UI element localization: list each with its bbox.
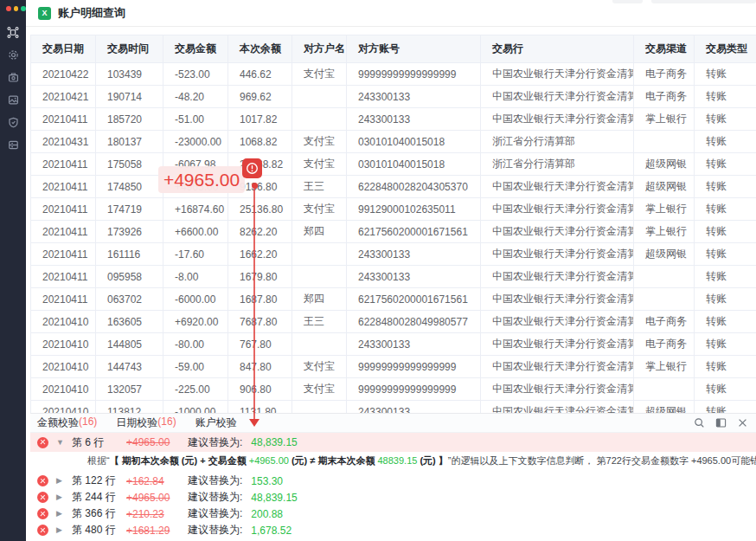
table-row[interactable]: 20210410132057-225.00906.80支付宝9999999999… [31, 378, 756, 401]
table-cell: 转账 [695, 131, 756, 153]
table-cell: 1679.80 [228, 266, 292, 288]
error-circle-icon [37, 508, 48, 519]
table-row[interactable]: 20210411174850+4965.009136.80王三622848002… [31, 176, 756, 198]
table-cell: 243300133 [347, 243, 481, 266]
table-cell: 20210410 [31, 401, 96, 414]
detail-segment: (元) 】 [417, 455, 447, 466]
table-cell: 浙江省分行清算部 [481, 153, 634, 176]
table-cell: 969.62 [228, 86, 292, 108]
search-icon[interactable] [693, 417, 705, 429]
table-cell: -523.00 [163, 63, 228, 86]
table-cell: 1017.82 [228, 108, 292, 131]
issue-row[interactable]: ▶第 244 行+4965.00建议替换为:48,839.15 [30, 489, 756, 506]
error-circle-icon [37, 437, 48, 448]
table-cell: 支付宝 [292, 198, 347, 221]
table-cell: 8262.20 [228, 221, 292, 243]
table-row[interactable]: 20210411161116-17.601662.20 243300133中国农… [31, 243, 756, 266]
table-cell: 中国农业银行天津分行资金清算中心 [481, 311, 634, 333]
table-cell: -225.00 [163, 378, 228, 401]
table-cell: 掌上银行 [634, 198, 695, 221]
table-cell: 中国农业银行天津分行资金清算中心 [481, 63, 634, 86]
table-cell: 转账 [695, 198, 756, 221]
image-icon[interactable] [7, 93, 19, 106]
maximize-window-button[interactable] [21, 6, 26, 11]
table-cell: 转账 [695, 86, 756, 108]
table-cell: -59.00 [163, 356, 228, 378]
table-row[interactable]: 20210410113812-1000.001131.80 243300133中… [31, 401, 756, 414]
collapse-icon[interactable]: ▼ [56, 439, 64, 447]
storage-icon[interactable] [7, 138, 19, 151]
close-icon[interactable] [736, 417, 748, 429]
table-row[interactable]: 20210411185720-51.001017.82 243300133中国农… [31, 108, 756, 131]
table-row[interactable]: 20210411095958-8.001679.80 243300133中国农业… [31, 266, 756, 288]
table-row[interactable]: 20210411174719+16874.6025136.80支付宝991290… [31, 198, 756, 221]
table-cell: 转账 [695, 356, 756, 378]
tab-account-check[interactable]: 账户校验 [195, 415, 237, 430]
transactions-table-wrap: 交易日期交易时间交易金额本次余额对方户名对方账号交易行交易渠道交易类型 2021… [30, 35, 756, 413]
table-cell: 20210411 [31, 198, 96, 221]
minimize-window-button[interactable] [14, 6, 19, 11]
table-row[interactable]: 20210431180137-23000.001068.82支付宝0301010… [31, 131, 756, 153]
expand-icon[interactable]: ▶ [56, 477, 64, 485]
table-row[interactable]: 20210411063702-6000.001687.80郑四621756020… [31, 288, 756, 311]
table-cell: 161116 [96, 243, 163, 266]
excel-file-icon: X [38, 7, 51, 20]
table-row[interactable]: 20210422103439-523.00446.62支付宝9999999999… [31, 63, 756, 86]
table-cell: 中国农业银行天津分行资金清算中心 [481, 108, 634, 131]
tab-amount-check[interactable]: 金额校验(16) [37, 415, 97, 430]
table-cell: 6228480028204305370 [347, 176, 481, 198]
tab-label: 日期校验 [116, 415, 157, 430]
issue-old-value: +162.84 [126, 475, 180, 487]
table-cell: 174850 [96, 176, 163, 198]
table-row[interactable]: 20210410144743-59.00847.80支付宝99999999999… [31, 356, 756, 378]
settings-icon[interactable] [7, 48, 19, 61]
column-header: 交易类型 [695, 35, 756, 63]
table-cell: 030101040015018 [347, 131, 481, 153]
expand-icon[interactable]: ▶ [56, 493, 64, 501]
issue-old-value: +4965.00 [126, 436, 180, 448]
issue-row-label: 第 480 行 [72, 523, 119, 538]
table-row[interactable]: 20210411173926+6600.008262.20郑四621756020… [31, 221, 756, 243]
expand-icon[interactable]: ▶ [56, 510, 64, 518]
table-cell: 030101040015018 [347, 153, 481, 176]
table-cell: 中国农业银行天津分行资金清算中心 [481, 401, 634, 414]
table-cell: 20210410 [31, 333, 96, 356]
annotation-arrow-icon [249, 419, 259, 427]
expand-icon[interactable]: ▶ [56, 526, 64, 534]
issue-row[interactable]: ▶第 122 行+162.84建议替换为:153.30 [30, 473, 756, 489]
table-cell: 电子商务 [634, 86, 695, 108]
table-cell: 20210410 [31, 356, 96, 378]
table-row[interactable]: 20210411175058-6067.9824068.82支付宝0301010… [31, 153, 756, 176]
shield-icon[interactable] [7, 116, 19, 128]
table-cell: 20210411 [31, 108, 96, 131]
table-row[interactable]: 20210421190714-48.20969.62 243300133中国农业… [31, 86, 756, 108]
column-header: 对方户名 [292, 35, 347, 63]
table-cell: 6228480028049980577 [347, 311, 481, 333]
table-cell: 25136.80 [228, 198, 292, 221]
table-cell: 超级网银 [634, 176, 695, 198]
table-header-row: 交易日期交易时间交易金额本次余额对方户名对方账号交易行交易渠道交易类型 [31, 35, 756, 63]
tab-date-check[interactable]: 日期校验(16) [116, 415, 176, 430]
app-logo-icon[interactable] [7, 26, 19, 38]
issue-detail-text: 根据“【 期初本次余额 (元) + 交易金额 +4965.00 (元) ≠ 期末… [30, 452, 756, 473]
table-cell: 103439 [96, 63, 163, 86]
table-row[interactable]: 20210410163605+6920.007687.80王三622848002… [31, 311, 756, 333]
briefcase-icon[interactable] [7, 71, 19, 83]
issue-row[interactable]: ▶第 480 行+1681.29建议替换为:1,678.52 [30, 522, 756, 538]
issue-old-value: +210.23 [126, 508, 180, 520]
transactions-table: 交易日期交易时间交易金额本次余额对方户名对方账号交易行交易渠道交易类型 2021… [30, 35, 756, 413]
table-row[interactable]: 20210410144805-80.00767.80 243300133中国农业… [31, 333, 756, 356]
panel-toggle-icon[interactable] [714, 417, 727, 429]
table-cell: 20210411 [31, 266, 96, 288]
issue-new-value: 1,678.52 [251, 525, 292, 537]
table-cell: 446.62 [228, 63, 292, 86]
issue-list: ▼第 6 行+4965.00建议替换为:48,839.15根据“【 期初本次余额… [30, 433, 756, 538]
table-cell: 转账 [695, 153, 756, 176]
table-cell: 支付宝 [292, 356, 347, 378]
table-cell: 20210422 [31, 63, 96, 86]
table-cell: 243300133 [347, 86, 481, 108]
issue-row[interactable]: ▶第 366 行+210.23建议替换为:200.88 [30, 506, 756, 522]
issue-row[interactable]: ▼第 6 行+4965.00建议替换为:48,839.15 [30, 433, 756, 452]
close-window-button[interactable] [6, 6, 11, 11]
detail-segment: +4965.00 [249, 455, 289, 466]
